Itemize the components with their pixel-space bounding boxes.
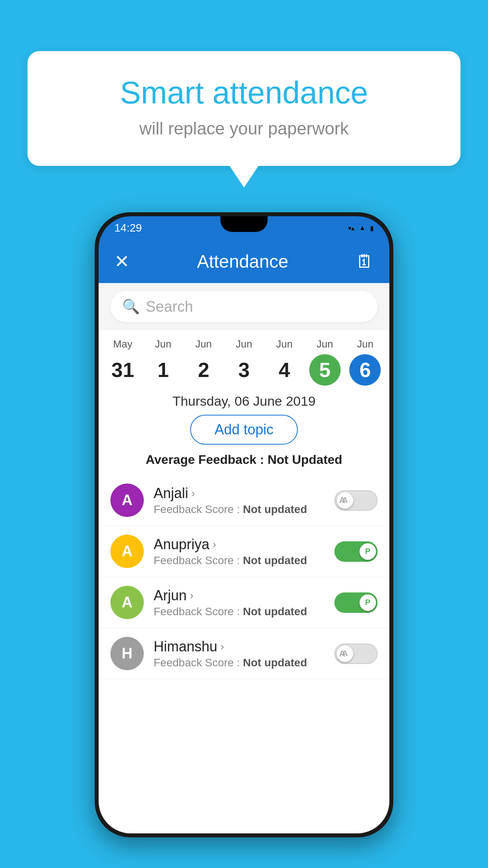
calendar-day[interactable]: Jun1 bbox=[143, 338, 183, 386]
feedback-score: Feedback Score : Not updated bbox=[154, 503, 307, 516]
day-number: 4 bbox=[269, 354, 300, 386]
attendance-toggle[interactable]: AA bbox=[334, 644, 378, 664]
battery-icon: ▮ bbox=[370, 224, 374, 232]
search-bar[interactable]: 🔍 Search bbox=[110, 291, 378, 322]
list-item[interactable]: AAnupriya ›Feedback Score : Not updatedP bbox=[99, 526, 389, 577]
signal-icon: ▲ bbox=[359, 224, 365, 232]
day-month: Jun bbox=[276, 338, 293, 350]
toggle-label: A bbox=[339, 495, 345, 506]
list-item[interactable]: AArjun ›Feedback Score : Not updatedP bbox=[99, 577, 389, 628]
attendance-toggle[interactable]: AA bbox=[334, 490, 378, 511]
list-item[interactable]: AAnjali ›Feedback Score : Not updatedAA bbox=[99, 475, 389, 526]
day-number: 1 bbox=[147, 354, 179, 386]
attendance-toggle[interactable]: P bbox=[334, 541, 378, 562]
day-number: 5 bbox=[309, 354, 341, 386]
screen-content: 🔍 Search May31Jun1Jun2Jun3Jun4Jun5Jun6 T… bbox=[99, 283, 389, 833]
calendar-day[interactable]: Jun3 bbox=[224, 338, 264, 386]
avatar: A bbox=[110, 586, 144, 619]
speech-bubble-container: Smart attendance will replace your paper… bbox=[28, 51, 460, 166]
chevron-icon: › bbox=[191, 487, 195, 500]
add-topic-button[interactable]: Add topic bbox=[190, 415, 298, 445]
status-icons: ▾▴ ▲ ▮ bbox=[348, 224, 374, 232]
day-number: 6 bbox=[349, 354, 381, 386]
feedback-score: Feedback Score : Not updated bbox=[154, 657, 307, 669]
chevron-icon: › bbox=[213, 538, 216, 551]
avg-feedback-value: Not Updated bbox=[268, 452, 342, 467]
student-name: Anupriya › bbox=[154, 536, 307, 553]
date-label: Thursday, 06 June 2019 bbox=[99, 394, 389, 409]
toggle-label: A bbox=[339, 649, 345, 659]
avatar: H bbox=[110, 637, 144, 670]
calendar-day[interactable]: May31 bbox=[103, 338, 142, 386]
calendar-day[interactable]: Jun2 bbox=[184, 338, 223, 386]
calendar-day[interactable]: Jun5 bbox=[305, 338, 345, 386]
calendar-day[interactable]: Jun4 bbox=[265, 338, 304, 386]
day-number: 3 bbox=[228, 354, 260, 386]
search-icon: 🔍 bbox=[122, 298, 140, 315]
phone-outer: 14:29 ▾▴ ▲ ▮ ✕ Attendance 🗓 🔍 bbox=[95, 212, 393, 837]
student-name: Himanshu › bbox=[154, 638, 307, 655]
student-name: Arjun › bbox=[154, 587, 307, 604]
app-bar: ✕ Attendance 🗓 bbox=[99, 240, 389, 283]
toggle-knob: P bbox=[360, 594, 376, 611]
student-list: AAnjali ›Feedback Score : Not updatedAAA… bbox=[99, 475, 389, 679]
day-number: 2 bbox=[188, 354, 219, 386]
search-placeholder: Search bbox=[146, 298, 193, 315]
feedback-score: Feedback Score : Not updated bbox=[154, 605, 307, 618]
attendance-toggle[interactable]: P bbox=[334, 592, 378, 613]
day-month: Jun bbox=[195, 338, 212, 350]
calendar-day[interactable]: Jun6 bbox=[345, 338, 385, 386]
close-icon[interactable]: ✕ bbox=[114, 251, 130, 272]
status-bar: 14:29 ▾▴ ▲ ▮ bbox=[99, 216, 389, 240]
bubble-title: Smart attendance bbox=[59, 75, 429, 111]
avg-feedback-label: Average Feedback : bbox=[146, 452, 268, 467]
day-month: Jun bbox=[357, 338, 374, 350]
average-feedback: Average Feedback : Not Updated bbox=[99, 452, 389, 467]
notch bbox=[220, 216, 268, 232]
speech-bubble: Smart attendance will replace your paper… bbox=[28, 51, 460, 166]
bubble-subtitle: will replace your paperwork bbox=[59, 119, 429, 138]
avatar: A bbox=[110, 535, 144, 568]
toggle-knob: P bbox=[360, 543, 376, 560]
wifi-icon: ▾▴ bbox=[348, 224, 354, 232]
app-title: Attendance bbox=[197, 251, 288, 272]
day-month: Jun bbox=[317, 338, 333, 350]
day-month: Jun bbox=[236, 338, 252, 350]
feedback-score: Feedback Score : Not updated bbox=[154, 554, 307, 567]
day-number: 31 bbox=[107, 354, 138, 386]
phone-frame: 14:29 ▾▴ ▲ ▮ ✕ Attendance 🗓 🔍 bbox=[95, 212, 393, 837]
day-month: Jun bbox=[155, 338, 171, 350]
student-name: Anjali › bbox=[154, 485, 307, 502]
calendar-icon[interactable]: 🗓 bbox=[356, 251, 374, 272]
list-item[interactable]: HHimanshu ›Feedback Score : Not updatedA… bbox=[99, 628, 389, 679]
status-time: 14:29 bbox=[114, 222, 142, 234]
add-topic-container: Add topic bbox=[99, 415, 389, 445]
phone-inner: 14:29 ▾▴ ▲ ▮ ✕ Attendance 🗓 🔍 bbox=[99, 216, 389, 833]
chevron-icon: › bbox=[190, 589, 193, 602]
search-container: 🔍 Search bbox=[99, 283, 389, 330]
avatar: A bbox=[110, 484, 144, 517]
chevron-icon: › bbox=[220, 640, 224, 653]
calendar-row: May31Jun1Jun2Jun3Jun4Jun5Jun6 bbox=[99, 330, 389, 386]
day-month: May bbox=[113, 338, 132, 350]
